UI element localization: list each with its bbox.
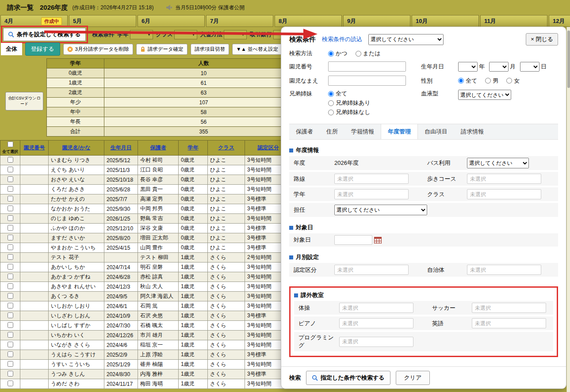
teacher-select[interactable]: 選択してください xyxy=(334,205,427,215)
sibling-all-radio[interactable]: 全て xyxy=(328,90,406,98)
tab-free-items[interactable]: 自由項目 xyxy=(418,124,454,139)
row-checkbox[interactable] xyxy=(8,322,13,328)
row-checkbox[interactable] xyxy=(8,342,13,347)
municipality-input[interactable] xyxy=(467,265,541,275)
class-input[interactable] xyxy=(467,189,541,199)
row-checkbox[interactable] xyxy=(8,264,13,270)
sort-settings-button[interactable]: ▼▲ 並べ替え設定 xyxy=(232,44,283,55)
tab-address[interactable]: 住所 xyxy=(320,124,344,139)
month-tab[interactable]: 9月 xyxy=(343,15,410,27)
row-checkbox[interactable] xyxy=(8,206,13,211)
blood-type-label: 血液型 xyxy=(421,90,458,98)
method-or-radio[interactable]: または xyxy=(356,49,381,57)
grade-input[interactable] xyxy=(334,189,409,199)
row-checkbox[interactable] xyxy=(8,312,13,318)
birth-month-select[interactable] xyxy=(489,62,509,72)
total-csv-download-button[interactable]: 合計CSVダウンロード xyxy=(5,92,43,110)
row-checkbox[interactable] xyxy=(8,293,13,299)
piano-input[interactable] xyxy=(339,318,413,328)
gender-male-radio[interactable]: 男 xyxy=(485,77,498,85)
certification-input[interactable] xyxy=(334,265,409,275)
calendar-icon[interactable] xyxy=(374,236,382,244)
load-conditions-select[interactable]: 選択してください xyxy=(368,34,444,45)
month-tab[interactable]: 7月 xyxy=(206,15,273,27)
row-checkbox[interactable] xyxy=(8,254,13,260)
month-tab[interactable]: 10月 xyxy=(412,15,479,27)
row-checkbox[interactable] xyxy=(8,351,13,357)
row-checkbox[interactable] xyxy=(8,244,13,250)
execute-search-button[interactable]: 指定した条件で検索する xyxy=(306,371,390,385)
gym-input[interactable] xyxy=(339,303,413,313)
row-checkbox[interactable] xyxy=(8,157,13,163)
cell-class: さくら xyxy=(208,340,245,350)
sort-header-grade[interactable]: 学年 xyxy=(188,145,199,151)
soccer-input[interactable] xyxy=(472,303,546,313)
close-button[interactable]: × 閉じる xyxy=(526,33,558,46)
cell-grade: 1歳児 xyxy=(179,301,208,311)
row-checkbox[interactable] xyxy=(8,361,13,367)
row-checkbox[interactable] xyxy=(8,196,13,202)
row-checkbox[interactable] xyxy=(8,176,13,182)
row-checkbox[interactable] xyxy=(8,225,13,231)
gender-female-radio[interactable]: 女 xyxy=(506,77,520,85)
gender-all-radio[interactable]: 全て xyxy=(458,77,477,85)
month-tab[interactable]: 6月 xyxy=(138,15,205,27)
row-checkbox[interactable] xyxy=(8,303,13,308)
tab-guardian[interactable]: 保護者 xyxy=(289,124,320,139)
sibling-yes-radio[interactable]: 兄弟姉妹あり xyxy=(328,99,406,107)
row-checkbox[interactable] xyxy=(8,381,13,386)
tab-school-register[interactable]: 学籍情報 xyxy=(344,124,381,139)
row-checkbox[interactable] xyxy=(8,186,13,192)
month-tab-label: 6月 xyxy=(142,17,150,25)
filter-field-select[interactable] xyxy=(174,30,197,39)
programming-input[interactable] xyxy=(339,337,413,347)
register-button[interactable]: 登録する xyxy=(25,42,60,56)
load-conditions-link[interactable]: 検索条件の読込 xyxy=(322,35,362,43)
sort-header-birthdate[interactable]: 生年月日 xyxy=(111,145,132,151)
child-name-input[interactable] xyxy=(328,76,406,86)
bus-select[interactable]: 選択してください xyxy=(467,158,529,168)
row-checkbox[interactable] xyxy=(8,283,13,289)
sort-header-certification[interactable]: 認定区分 xyxy=(258,145,279,151)
birth-year-select[interactable] xyxy=(458,62,478,72)
row-checkbox[interactable] xyxy=(8,332,13,338)
tab-billing-info[interactable]: 請求情報 xyxy=(454,124,490,139)
birth-day-select[interactable] xyxy=(520,62,539,72)
row-checkbox[interactable] xyxy=(8,235,13,240)
confirm-billing-data-button[interactable]: 請求データ確定 xyxy=(136,44,187,55)
month-tab[interactable]: 8月 xyxy=(275,15,342,27)
sort-header-class[interactable]: クラス xyxy=(218,145,234,151)
walk-course-input[interactable] xyxy=(467,174,541,184)
route-input[interactable] xyxy=(334,174,409,184)
select-all-checkbox[interactable] xyxy=(8,141,13,147)
tab-all[interactable]: 全体 xyxy=(1,43,22,55)
tab-year-management[interactable]: 年度管理 xyxy=(381,124,418,139)
method-and-radio[interactable]: かつ xyxy=(328,49,348,57)
sort-header-guardian[interactable]: 保護者 xyxy=(150,145,166,151)
row-checkbox[interactable] xyxy=(8,371,13,377)
sort-header-child-name[interactable]: 園児名/かな xyxy=(62,145,91,151)
billing-item-toggle-button[interactable]: 請求項目切替 xyxy=(191,44,229,55)
delete-march-data-button[interactable]: 3月分請求データを削除 xyxy=(63,44,133,55)
filter-field-select[interactable] xyxy=(130,30,153,39)
month-tab[interactable]: 5月 xyxy=(69,15,136,27)
child-number-input[interactable] xyxy=(328,61,406,72)
english-input[interactable] xyxy=(472,318,546,328)
row-checkbox[interactable] xyxy=(8,167,13,172)
open-search-conditions-button[interactable]: 条件を設定して検索する xyxy=(3,28,86,41)
blood-type-select[interactable]: 選択してください xyxy=(458,90,511,100)
vertical-scrollbar[interactable] xyxy=(566,27,570,392)
filter-field-select[interactable] xyxy=(224,30,247,39)
sort-header-child-number[interactable]: 園児番号 xyxy=(24,145,45,151)
row-checkbox[interactable] xyxy=(8,274,13,279)
month-tab[interactable]: 12月 xyxy=(549,15,570,27)
target-date-input[interactable] xyxy=(334,235,372,245)
sibling-no-radio[interactable]: 兄弟姉妹なし xyxy=(328,108,406,116)
row-checkbox[interactable] xyxy=(8,215,13,221)
month-tab[interactable]: 11月 xyxy=(480,15,547,27)
scrollbar-thumb[interactable] xyxy=(567,30,570,88)
cell-birthdate: 2025/10/18 xyxy=(104,175,138,185)
month-tab[interactable]: 4月 作成中 xyxy=(0,15,68,27)
billing-list-page: 請求一覧 2026年度 (作成日時：2026年4月27日 15:18) 当月5日… xyxy=(0,0,570,392)
clear-button[interactable]: クリア xyxy=(396,371,430,385)
